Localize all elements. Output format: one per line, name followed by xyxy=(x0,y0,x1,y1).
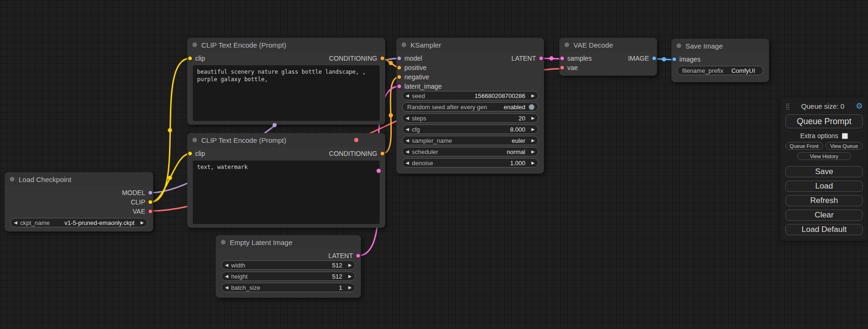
negative-input-port[interactable] xyxy=(397,75,402,79)
positive-prompt-textarea[interactable]: beautiful scenery nature glass bottle la… xyxy=(193,65,380,121)
load-default-button[interactable]: Load Default xyxy=(785,224,863,235)
clip-input-port[interactable] xyxy=(188,151,192,156)
input-slot-images: images xyxy=(671,55,769,64)
image-output-port[interactable] xyxy=(652,56,656,61)
node-title-label: Empty Latent Image xyxy=(230,238,292,246)
decrement-arrow-icon[interactable]: ◀ xyxy=(225,285,231,290)
samples-input-port[interactable] xyxy=(560,56,565,61)
drag-handle-icon[interactable]: ⣿ xyxy=(785,103,790,110)
seed-widget[interactable]: ◀ seed 156680208700286 ▶ xyxy=(402,91,538,100)
decrement-arrow-icon[interactable]: ◀ xyxy=(406,161,412,165)
clip-output-port[interactable] xyxy=(148,200,153,204)
collapse-dot-icon[interactable] xyxy=(192,138,197,142)
scheduler-widget[interactable]: ◀ scheduler normal ▶ xyxy=(402,147,538,156)
collapse-dot-icon[interactable] xyxy=(402,42,406,47)
view-queue-button[interactable]: View Queue xyxy=(826,142,863,150)
save-button[interactable]: Save xyxy=(785,166,863,177)
node-clip-text-encode-negative[interactable]: CLIP Text Encode (Prompt) clip CONDITION… xyxy=(187,133,385,228)
widget-value: ComfyUI xyxy=(731,67,755,74)
model-input-port[interactable] xyxy=(397,56,402,61)
input-slot-latent-image: latent_image xyxy=(396,82,544,91)
increment-arrow-icon[interactable]: ▶ xyxy=(529,116,535,120)
width-widget[interactable]: ◀ width 512 ▶ xyxy=(221,260,355,270)
widget-value: v1-5-pruned-emaonly.ckpt xyxy=(64,219,134,226)
seed-control-widget[interactable]: Random seed after every gen enabled xyxy=(402,102,538,112)
node-clip-text-encode-positive[interactable]: CLIP Text Encode (Prompt) clip CONDITION… xyxy=(187,38,385,125)
node-ksampler[interactable]: KSampler model LATENT positive negative … xyxy=(396,38,544,174)
model-output-port[interactable] xyxy=(148,190,153,195)
view-history-button[interactable]: View History xyxy=(797,152,851,160)
latent-image-input-port[interactable] xyxy=(397,84,402,89)
clip-input-port[interactable] xyxy=(188,56,192,61)
node-title-bar[interactable]: Save Image xyxy=(671,39,769,53)
sampler-name-widget[interactable]: ◀ sampler_name euler ▶ xyxy=(402,136,538,145)
increment-arrow-icon[interactable]: ▶ xyxy=(346,274,352,279)
widget-label: height xyxy=(231,273,247,280)
clear-button[interactable]: Clear xyxy=(785,210,863,221)
widget-label: filename_prefix xyxy=(682,67,723,74)
decrement-arrow-icon[interactable]: ◀ xyxy=(406,149,412,154)
node-title-bar[interactable]: Load Checkpoint xyxy=(5,172,153,186)
height-widget[interactable]: ◀ height 512 ▶ xyxy=(221,272,355,281)
increment-arrow-icon[interactable]: ▶ xyxy=(529,149,535,154)
queue-menu-panel[interactable]: ⣿ Queue size: 0 ⚙ Queue Prompt Extra opt… xyxy=(781,98,868,241)
queue-prompt-button[interactable]: Queue Prompt xyxy=(785,114,863,128)
node-vae-decode[interactable]: VAE Decode samples IMAGE vae xyxy=(559,38,657,76)
node-empty-latent-image[interactable]: Empty Latent Image LATENT ◀ width 512 ▶ … xyxy=(216,235,361,298)
latent-output-port[interactable] xyxy=(356,253,360,258)
images-input-port[interactable] xyxy=(672,57,677,62)
output-label: IMAGE xyxy=(628,55,649,62)
conditioning-output-port[interactable] xyxy=(380,151,385,156)
input-label: clip xyxy=(195,150,205,157)
decrement-arrow-icon[interactable]: ◀ xyxy=(225,263,231,267)
batch-size-widget[interactable]: ◀ batch_size 1 ▶ xyxy=(221,283,355,292)
collapse-dot-icon[interactable] xyxy=(565,42,569,47)
increment-arrow-icon[interactable]: ▶ xyxy=(346,285,352,290)
decrement-arrow-icon[interactable]: ◀ xyxy=(406,93,412,98)
increment-arrow-icon[interactable]: ▶ xyxy=(529,161,535,165)
node-title-bar[interactable]: CLIP Text Encode (Prompt) xyxy=(187,38,385,52)
node-title-bar[interactable]: KSampler xyxy=(396,38,544,52)
increment-arrow-icon[interactable]: ▶ xyxy=(529,93,535,98)
steps-widget[interactable]: ◀ steps 20 ▶ xyxy=(402,113,538,123)
load-button[interactable]: Load xyxy=(785,181,863,192)
seed-control-toggle-icon[interactable] xyxy=(529,104,535,110)
increment-arrow-icon[interactable]: ▶ xyxy=(138,220,144,225)
vae-input-port[interactable] xyxy=(560,65,565,70)
node-save-image[interactable]: Save Image images filename_prefix ComfyU… xyxy=(671,39,769,82)
refresh-button[interactable]: Refresh xyxy=(785,195,863,206)
input-slot-positive: positive xyxy=(396,63,544,72)
conditioning-output-port[interactable] xyxy=(380,56,385,61)
node-title-bar[interactable]: Empty Latent Image xyxy=(216,235,361,249)
vae-output-port[interactable] xyxy=(148,209,153,214)
collapse-dot-icon[interactable] xyxy=(221,240,226,245)
queue-front-button[interactable]: Queue Front xyxy=(785,142,823,150)
cfg-widget[interactable]: ◀ cfg 8.000 ▶ xyxy=(402,125,538,134)
collapse-dot-icon[interactable] xyxy=(677,43,681,48)
decrement-arrow-icon[interactable]: ◀ xyxy=(14,220,20,225)
decrement-arrow-icon[interactable]: ◀ xyxy=(406,116,412,120)
increment-arrow-icon[interactable]: ▶ xyxy=(529,127,535,132)
node-title-bar[interactable]: VAE Decode xyxy=(559,38,657,52)
decrement-arrow-icon[interactable]: ◀ xyxy=(406,127,412,132)
negative-prompt-textarea[interactable]: text, watermark xyxy=(193,161,380,224)
ckpt-name-widget[interactable]: ◀ ckpt_name v1-5-pruned-emaonly.ckpt ▶ xyxy=(10,218,148,227)
filename-prefix-widget[interactable]: filename_prefix ComfyUI xyxy=(677,66,763,75)
increment-arrow-icon[interactable]: ▶ xyxy=(346,263,352,267)
node-load-checkpoint[interactable]: Load Checkpoint MODEL CLIP VAE ◀ ckpt_na… xyxy=(5,172,153,231)
decrement-arrow-icon[interactable]: ◀ xyxy=(406,138,412,143)
input-slot-vae: vae xyxy=(559,63,657,72)
increment-arrow-icon[interactable]: ▶ xyxy=(529,138,535,143)
extra-options-checkbox[interactable] xyxy=(842,133,848,139)
slot-row: model LATENT xyxy=(396,54,544,63)
node-title-bar[interactable]: CLIP Text Encode (Prompt) xyxy=(187,133,385,147)
denoise-widget[interactable]: ◀ denoise 1.000 ▶ xyxy=(402,158,538,168)
collapse-dot-icon[interactable] xyxy=(192,42,197,47)
slot-list: images xyxy=(671,53,769,64)
positive-input-port[interactable] xyxy=(397,65,402,70)
decrement-arrow-icon[interactable]: ◀ xyxy=(225,274,231,279)
collapse-dot-icon[interactable] xyxy=(10,177,14,182)
input-label: model xyxy=(404,55,422,62)
latent-output-port[interactable] xyxy=(539,56,543,61)
settings-gear-icon[interactable]: ⚙ xyxy=(856,101,863,111)
